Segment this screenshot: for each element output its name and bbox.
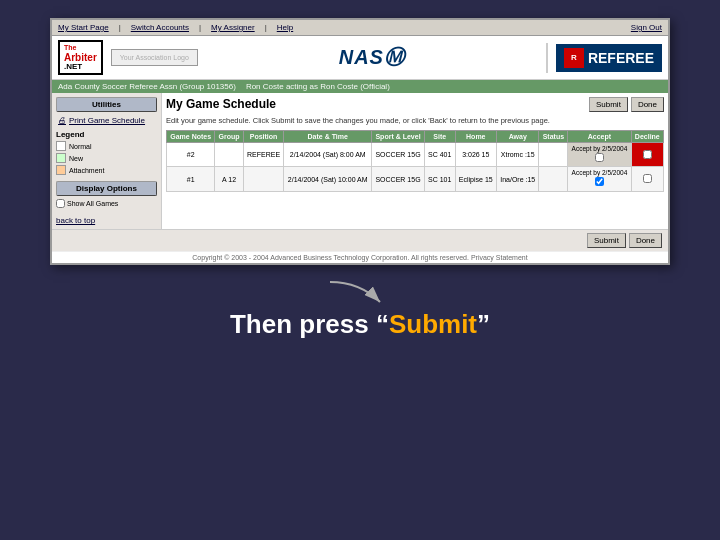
press-submit-text: Then press “Submit” <box>230 309 490 340</box>
col-sport-level: Sport & Level <box>372 131 425 143</box>
sign-out-link[interactable]: Sign Out <box>631 23 662 32</box>
header-bar: The Arbiter .NET Your Association Logo N… <box>52 36 668 80</box>
arbiter-logo: The Arbiter .NET <box>58 40 103 75</box>
col-game-notes: Game Notes <box>167 131 215 143</box>
row1-group <box>215 143 243 167</box>
row1-sport: SOCCER 15G <box>372 143 425 167</box>
table-row: #2 REFEREE 2/14/2004 (Sat) 8:00 AM SOCCE… <box>167 143 664 167</box>
row2-game: #1 <box>167 167 215 191</box>
referee-logo: R REFEREE <box>556 44 662 72</box>
legend-normal: Normal <box>56 141 157 151</box>
utilities-button[interactable]: Utilities <box>56 97 157 112</box>
col-accept: Accept <box>568 131 631 143</box>
top-nav: My Start Page | Switch Accounts | My Ass… <box>52 20 668 36</box>
sidebar: Utilities 🖨 Print Game Schedule Legend N… <box>52 93 162 229</box>
row1-away: Xtromc :15 <box>496 143 539 167</box>
row2-status <box>539 167 568 191</box>
legend-attachment: Attachment <box>56 165 157 175</box>
referee-badge-icon: R <box>564 48 584 68</box>
legend-attachment-box <box>56 165 66 175</box>
copyright-bar: Copyright © 2003 - 2004 Advanced Busines… <box>52 251 668 263</box>
row2-position <box>243 167 284 191</box>
row2-accept: Accept by 2/5/2004 <box>568 167 631 191</box>
info-bar: Ada County Soccer Referee Assn (Group 10… <box>52 80 668 93</box>
main-content: Utilities 🖨 Print Game Schedule Legend N… <box>52 93 668 229</box>
legend-new: New <box>56 153 157 163</box>
col-date-time: Date & Time <box>284 131 372 143</box>
row1-decline-checkbox[interactable] <box>643 150 652 159</box>
association-logo: Your Association Logo <box>111 49 198 66</box>
back-to-top-link[interactable]: back to top <box>56 216 157 225</box>
title-row: My Game Schedule Submit Done <box>166 97 664 114</box>
legend-normal-box <box>56 141 66 151</box>
col-position: Position <box>243 131 284 143</box>
row1-home: 3:026 15 <box>455 143 496 167</box>
show-all-games-checkbox[interactable] <box>56 199 65 208</box>
bottom-bar: Submit Done <box>52 229 668 251</box>
row1-accept: Accept by 2/5/2004 <box>568 143 631 167</box>
display-options: Display Options Show All Games <box>56 181 157 208</box>
row1-position: REFEREE <box>243 143 284 167</box>
row2-home: Eclipise 15 <box>455 167 496 191</box>
row2-decline <box>631 167 663 191</box>
instruction-area: Then press “Submit” <box>230 277 490 340</box>
row1-status <box>539 143 568 167</box>
row2-sport: SOCCER 15G <box>372 167 425 191</box>
col-status: Status <box>539 131 568 143</box>
switch-accounts-link[interactable]: Switch Accounts <box>131 23 189 32</box>
row1-game: #2 <box>167 143 215 167</box>
col-group: Group <box>215 131 243 143</box>
slide-container: My Start Page | Switch Accounts | My Ass… <box>0 0 720 540</box>
done-button-top[interactable]: Done <box>631 97 664 112</box>
row1-accept-checkbox[interactable] <box>595 153 604 162</box>
row2-accept-checkbox[interactable] <box>595 177 604 186</box>
row1-datetime: 2/14/2004 (Sat) 8:00 AM <box>284 143 372 167</box>
help-link[interactable]: Help <box>277 23 293 32</box>
divider <box>546 43 548 73</box>
row1-site: SC 401 <box>424 143 455 167</box>
row2-site: SC 101 <box>424 167 455 191</box>
col-away: Away <box>496 131 539 143</box>
print-icon: 🖨 <box>58 116 66 125</box>
my-assigner-link[interactable]: My Assigner <box>211 23 255 32</box>
display-options-button[interactable]: Display Options <box>56 181 157 196</box>
col-site: Site <box>424 131 455 143</box>
show-all-games-row: Show All Games <box>56 199 157 208</box>
col-home: Home <box>455 131 496 143</box>
print-game-schedule-link[interactable]: 🖨 Print Game Schedule <box>56 115 157 126</box>
naso-logo: NASⓂ <box>206 44 538 71</box>
top-action-buttons: Submit Done <box>589 97 664 112</box>
done-button-bottom[interactable]: Done <box>629 233 662 248</box>
table-row: #1 A 12 2/14/2004 (Sat) 10:00 AM SOCCER … <box>167 167 664 191</box>
row1-decline <box>631 143 663 167</box>
col-decline: Decline <box>631 131 663 143</box>
submit-button-bottom[interactable]: Submit <box>587 233 626 248</box>
arrow-icon <box>320 277 400 307</box>
top-nav-left: My Start Page | Switch Accounts | My Ass… <box>58 23 293 32</box>
my-start-page-link[interactable]: My Start Page <box>58 23 109 32</box>
submit-highlight: Submit <box>389 309 477 339</box>
row2-away: Ina/Ore :15 <box>496 167 539 191</box>
page-title: My Game Schedule <box>166 97 276 111</box>
row2-datetime: 2/14/2004 (Sat) 10:00 AM <box>284 167 372 191</box>
browser-window: My Start Page | Switch Accounts | My Ass… <box>50 18 670 265</box>
legend-new-box <box>56 153 66 163</box>
instruction-text: Edit your game schedule. Click Submit to… <box>166 116 664 126</box>
schedule-table: Game Notes Group Position Date & Time Sp… <box>166 130 664 191</box>
row2-group: A 12 <box>215 167 243 191</box>
content-area: My Game Schedule Submit Done Edit your g… <box>162 93 668 229</box>
row2-decline-checkbox[interactable] <box>643 174 652 183</box>
legend-section: Legend Normal New Attachment <box>56 130 157 175</box>
submit-button-top[interactable]: Submit <box>589 97 628 112</box>
